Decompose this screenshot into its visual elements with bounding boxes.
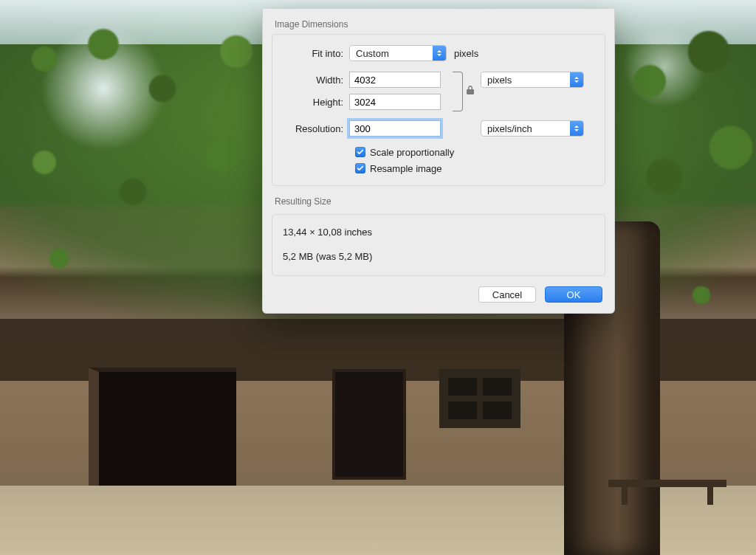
scale-proportionally-checkbox[interactable] (355, 147, 365, 157)
resolution-unit-value: pixels/inch (487, 123, 532, 134)
fit-into-value: Custom (356, 48, 389, 59)
fit-into-select[interactable]: Custom (349, 45, 447, 61)
fit-into-label: Fit into: (281, 48, 349, 59)
dropdown-caret-icon (570, 72, 583, 87)
width-height-group: Width: pixels Height: (281, 69, 596, 113)
dropdown-caret-icon (433, 46, 446, 61)
bg-door-center (332, 369, 406, 480)
dimensions-group: Fit into: Custom pixels Width: pixels (272, 34, 605, 186)
resample-image-checkbox[interactable] (355, 163, 365, 173)
resolution-row: Resolution: pixels/inch (281, 117, 596, 139)
image-dimensions-dialog: Image Dimensions Fit into: Custom pixels… (262, 9, 615, 314)
section-title-dimensions: Image Dimensions (263, 9, 614, 34)
lock-icon[interactable] (465, 85, 475, 95)
height-input[interactable] (349, 94, 441, 110)
dropdown-caret-icon (570, 121, 583, 136)
cancel-button[interactable]: Cancel (478, 286, 536, 303)
ok-button[interactable]: OK (545, 286, 602, 303)
bg-window (439, 369, 520, 428)
bg-bench (608, 480, 726, 487)
size-unit-value: pixels (487, 75, 512, 86)
bg-door-left (89, 368, 236, 486)
resulting-size-group: 13,44 × 10,08 inches 5,2 MB (was 5,2 MB) (272, 214, 605, 276)
height-label: Height: (281, 97, 349, 108)
resolution-input[interactable] (349, 120, 441, 137)
resolution-label: Resolution: (281, 123, 349, 134)
result-filesize-text: 5,2 MB (was 5,2 MB) (283, 251, 594, 262)
fit-into-row: Fit into: Custom pixels (281, 42, 596, 64)
width-input[interactable] (349, 72, 441, 88)
width-label: Width: (281, 75, 349, 86)
resample-image-label: Resample image (370, 163, 442, 174)
size-unit-select[interactable]: pixels (481, 72, 584, 88)
section-title-result: Resulting Size (263, 186, 614, 211)
height-row: Height: (281, 91, 596, 113)
scale-proportionally-label: Scale proportionally (370, 147, 454, 158)
width-row: Width: pixels (281, 69, 596, 91)
result-dimensions-text: 13,44 × 10,08 inches (283, 227, 594, 238)
dialog-buttons: Cancel OK (263, 276, 614, 306)
fit-into-unit: pixels (454, 48, 478, 59)
link-bracket (453, 72, 463, 111)
background-image: Image Dimensions Fit into: Custom pixels… (0, 0, 756, 555)
resolution-unit-select[interactable]: pixels/inch (481, 120, 584, 137)
scale-proportionally-checkbox-row: Scale proportionally (355, 144, 596, 160)
resample-image-checkbox-row: Resample image (355, 160, 596, 176)
